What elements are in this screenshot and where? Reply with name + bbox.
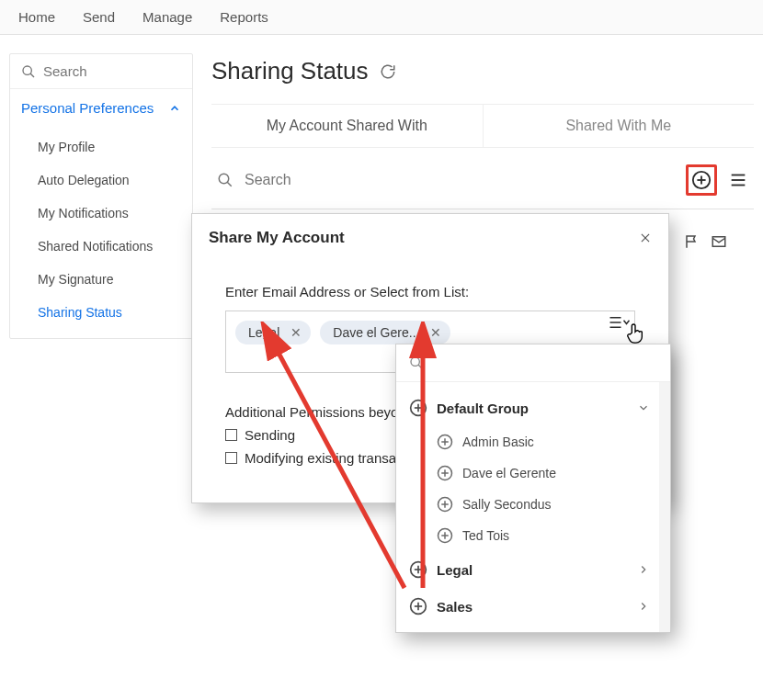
item-admin[interactable]: Admin Basic [404,426,655,457]
tab-shared-with[interactable]: My Account Shared With [211,105,484,147]
search-icon [409,356,424,370]
group-legal[interactable]: Legal [404,551,655,588]
chip-remove-icon[interactable]: ✕ [430,325,441,340]
plus-circle-icon [691,170,712,190]
mail-icon [710,233,728,250]
sidebar-item-delegation[interactable]: Auto Delegation [10,164,192,197]
main-search-label[interactable]: Search [245,172,291,188]
chevron-up-icon [168,102,181,115]
item-label: Admin Basic [462,435,534,449]
group-label: Sales [437,599,473,615]
search-icon [21,64,36,79]
nav-send[interactable]: Send [83,9,115,25]
chip-legal[interactable]: Legal ✕ [235,321,311,344]
page-title: Sharing Status [211,53,754,104]
sidebar-item-sharednotif[interactable]: Shared Notifications [10,230,192,263]
svg-point-2 [219,174,229,184]
plus-circle-icon[interactable] [437,434,453,450]
chip-remove-icon[interactable]: ✕ [290,325,302,340]
modal-header: Share My Account [209,229,652,258]
main-search-row: Search [211,148,754,209]
plus-circle-icon[interactable] [437,527,453,544]
sidebar-item-signature[interactable]: My Signature [10,263,192,296]
nav-reports[interactable]: Reports [220,9,268,25]
sidebar-item-sharing[interactable]: Sharing Status [10,296,192,329]
tab-shared-me[interactable]: Shared With Me [484,105,755,147]
flag-icon [684,233,700,250]
group-default[interactable]: Default Group [404,390,655,426]
checkbox-icon[interactable] [225,429,237,441]
tabs: My Account Shared With Shared With Me [211,104,754,148]
group-label: Legal [437,562,473,578]
chevron-down-icon[interactable] [637,401,650,414]
chip-label: Dave el Gere... [333,325,419,340]
svg-point-0 [23,66,31,74]
sidebar-heading[interactable]: Personal Preferences [10,89,192,127]
sidebar-search[interactable]: Search [10,54,192,89]
group-label: Default Group [437,401,529,416]
row-perm-icons [684,233,728,250]
sidebar-item-profile[interactable]: My Profile [10,130,192,164]
svg-line-17 [418,365,422,368]
item-dave[interactable]: Dave el Gerente [404,457,655,489]
checkbox-icon[interactable] [225,452,237,464]
item-label: Dave el Gerente [462,466,556,480]
plus-circle-icon[interactable] [437,496,453,513]
group-sales[interactable]: Sales [404,588,655,625]
group-dropdown: Default Group Admin Basic Dave el Gerent… [395,344,671,633]
add-share-button[interactable] [686,164,717,196]
plus-circle-icon[interactable] [409,560,427,579]
nav-manage[interactable]: Manage [142,9,192,25]
sidebar-heading-label: Personal Preferences [21,100,154,116]
sidebar-item-mynotif[interactable]: My Notifications [10,197,192,230]
refresh-icon[interactable] [380,63,396,80]
search-icon [217,172,233,188]
dropdown-body: Default Group Admin Basic Dave el Gerent… [396,382,670,632]
item-label: Ted Tois [462,528,509,543]
page-title-label: Sharing Status [211,57,369,85]
item-label: Sally Secondus [462,497,552,512]
svg-line-1 [30,73,34,77]
close-icon[interactable] [639,231,652,244]
plus-circle-icon[interactable] [409,597,427,615]
chevron-right-icon[interactable] [637,600,650,613]
dropdown-search[interactable] [396,344,670,382]
modal-label: Enter Email Address or Select from List: [225,284,652,299]
svg-point-16 [411,357,419,366]
chip-dave[interactable]: Dave el Gere... ✕ [320,321,450,344]
top-nav: Home Send Manage Reports [0,0,763,35]
sidebar-items: My Profile Auto Delegation My Notificati… [10,127,192,338]
sidebar: Search Personal Preferences My Profile A… [9,53,193,339]
plus-circle-icon[interactable] [409,399,427,417]
check-label: Sending [245,427,295,443]
plus-circle-icon[interactable] [437,465,453,481]
item-sally[interactable]: Sally Secondus [404,489,655,520]
sidebar-search-label: Search [43,63,87,79]
item-ted[interactable]: Ted Tois [404,520,655,551]
menu-icon[interactable] [728,170,748,190]
chip-label: Legal [248,325,279,340]
chevron-right-icon[interactable] [637,563,650,576]
svg-line-3 [227,182,232,186]
nav-home[interactable]: Home [18,9,55,25]
check-label: Modifying existing transacti [245,450,410,466]
modal-title: Share My Account [209,229,345,247]
